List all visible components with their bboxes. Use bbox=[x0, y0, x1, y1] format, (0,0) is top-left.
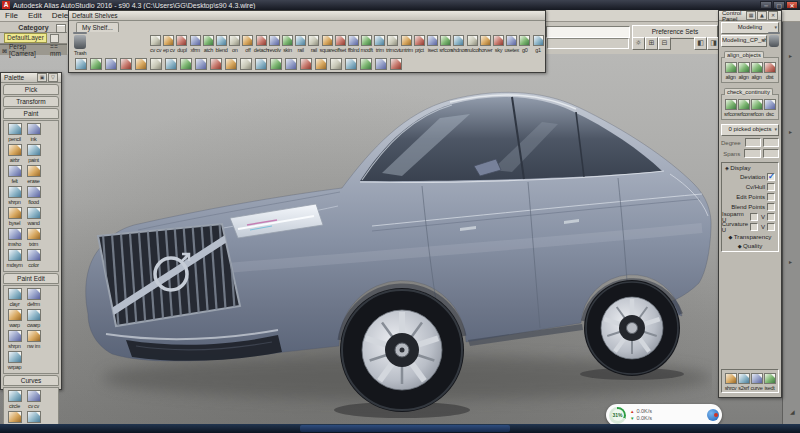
viewport-close-icon[interactable]: ⊠ bbox=[2, 47, 7, 54]
cp-trash-icon[interactable] bbox=[769, 35, 779, 47]
circle-icon[interactable] bbox=[8, 390, 22, 402]
degree-field-1[interactable] bbox=[745, 138, 761, 147]
trimcvt-icon[interactable] bbox=[387, 35, 398, 46]
color-tool[interactable]: color bbox=[24, 249, 43, 268]
nw-im-icon[interactable] bbox=[27, 330, 41, 342]
cwarp-tool[interactable]: cwarp bbox=[24, 309, 43, 328]
trash-icon[interactable] bbox=[74, 35, 86, 49]
curve-tool[interactable]: curve bbox=[750, 373, 763, 391]
tool-tool[interactable] bbox=[343, 58, 358, 70]
felt-icon[interactable] bbox=[8, 165, 22, 177]
color-icon[interactable] bbox=[27, 249, 41, 261]
tool-icon[interactable] bbox=[105, 58, 117, 70]
shrcv-tool[interactable]: shrcv bbox=[724, 373, 737, 391]
shelf-trash[interactable]: Trash bbox=[74, 35, 86, 56]
sky-tool[interactable]: sky bbox=[492, 35, 505, 53]
tool-tool[interactable] bbox=[88, 58, 103, 70]
nw-im-tool[interactable]: nw im bbox=[24, 330, 43, 349]
tool-tool[interactable] bbox=[373, 58, 388, 70]
cv-cv-icon[interactable] bbox=[150, 35, 161, 46]
tool-icon[interactable] bbox=[90, 58, 102, 70]
dtst-icon[interactable] bbox=[764, 62, 776, 73]
dsc-icon[interactable] bbox=[764, 99, 776, 110]
imsho-icon[interactable] bbox=[8, 228, 22, 240]
paint-icon[interactable] bbox=[27, 144, 41, 156]
checkbox[interactable] bbox=[767, 173, 775, 181]
resize-corner-icon[interactable]: ◢ bbox=[790, 408, 795, 415]
cp-shelf-dropdown[interactable]: Modeling_CP_shelf bbox=[721, 35, 767, 47]
srfcon-tool[interactable]: srfcon bbox=[750, 99, 763, 117]
tab-align-objects[interactable]: align_objects bbox=[724, 51, 764, 58]
lightbulb-icon[interactable]: ☼ bbox=[632, 37, 645, 50]
tool-tool[interactable] bbox=[148, 58, 163, 70]
tool-tool[interactable] bbox=[298, 58, 313, 70]
system-monitor-widget[interactable]: 31% 0.0K/s 0.0K/s bbox=[606, 404, 722, 426]
tool-icon[interactable] bbox=[285, 58, 297, 70]
bysel-icon[interactable] bbox=[8, 207, 22, 219]
on-tool[interactable]: on bbox=[228, 35, 241, 53]
tool-tool[interactable] bbox=[193, 58, 208, 70]
shelf-titlebar[interactable]: Default Shelves bbox=[69, 11, 545, 21]
display-section-header[interactable]: Display bbox=[722, 164, 778, 171]
s2srf-icon[interactable] bbox=[738, 373, 750, 384]
g0-icon[interactable] bbox=[519, 35, 530, 46]
bullet-transparency[interactable]: Transparency bbox=[722, 233, 778, 240]
checkbox[interactable] bbox=[750, 213, 758, 221]
modft-tool[interactable]: modft bbox=[360, 35, 373, 53]
wrpap-icon[interactable] bbox=[8, 351, 22, 363]
checkbox[interactable] bbox=[767, 203, 775, 211]
usetex-icon[interactable] bbox=[506, 35, 517, 46]
checkbox[interactable] bbox=[767, 193, 775, 201]
menu-file[interactable]: File bbox=[0, 11, 23, 20]
xfrm-tool[interactable]: xfrm bbox=[189, 35, 202, 53]
shrcv-icon[interactable] bbox=[725, 373, 737, 384]
tool-tool[interactable] bbox=[73, 58, 88, 70]
warp-icon[interactable] bbox=[8, 309, 22, 321]
square-icon[interactable] bbox=[322, 35, 333, 46]
prjct-tool[interactable]: prjct bbox=[413, 35, 426, 53]
cv-cv-icon[interactable] bbox=[27, 390, 41, 402]
rail-icon[interactable] bbox=[308, 35, 319, 46]
srfcon-tool[interactable]: srfcon bbox=[724, 99, 737, 117]
tool-icon[interactable] bbox=[75, 58, 87, 70]
cv-cv-tool[interactable]: cv cv bbox=[24, 390, 43, 409]
shelf-tab-my-shelf[interactable]: My Shelf... bbox=[76, 22, 119, 32]
wand-icon[interactable] bbox=[27, 207, 41, 219]
tool-icon[interactable] bbox=[135, 58, 147, 70]
paint-tool[interactable]: paint bbox=[24, 144, 43, 163]
tool-tool[interactable] bbox=[238, 58, 253, 70]
isedt-tool[interactable]: isedt bbox=[763, 373, 776, 391]
toolbar-input[interactable] bbox=[546, 26, 630, 38]
ink-icon[interactable] bbox=[27, 123, 41, 135]
off-icon[interactable] bbox=[242, 35, 253, 46]
srfcon-icon[interactable] bbox=[725, 99, 737, 110]
revolv-tool[interactable]: revolv bbox=[268, 35, 281, 53]
tool-icon[interactable] bbox=[180, 58, 192, 70]
tool-icon[interactable] bbox=[390, 58, 402, 70]
cv-cv-tool[interactable]: cv cv bbox=[149, 35, 162, 53]
viewport-titlebar[interactable]: ⊠ Persp [Camera] == mm bbox=[0, 44, 67, 55]
felt-tool[interactable]: felt bbox=[5, 165, 24, 184]
tool-icon[interactable] bbox=[120, 58, 132, 70]
isect-icon[interactable] bbox=[427, 35, 438, 46]
atch-tool[interactable]: atch bbox=[202, 35, 215, 53]
ep-cv-icon[interactable] bbox=[163, 35, 174, 46]
defrm-icon[interactable] bbox=[27, 288, 41, 300]
check-row-cv-hull[interactable]: Cv/Hull bbox=[722, 182, 775, 191]
taskbar[interactable] bbox=[0, 424, 800, 433]
dock-arrow-icon[interactable]: ▸ bbox=[789, 258, 792, 265]
on-icon[interactable] bbox=[229, 35, 240, 46]
g1-icon[interactable] bbox=[533, 35, 544, 46]
tool-icon[interactable] bbox=[330, 58, 342, 70]
atch-icon[interactable] bbox=[203, 35, 214, 46]
tool-icon[interactable] bbox=[195, 58, 207, 70]
g1-tool[interactable]: g1 bbox=[531, 35, 544, 53]
tool-tool[interactable] bbox=[103, 58, 118, 70]
offset-icon[interactable] bbox=[335, 35, 346, 46]
clayr-tool[interactable]: clayr bbox=[5, 288, 24, 307]
srfcon-icon[interactable] bbox=[738, 99, 750, 110]
blend-icon[interactable] bbox=[216, 35, 227, 46]
tool-icon[interactable] bbox=[360, 58, 372, 70]
sky-icon[interactable] bbox=[493, 35, 504, 46]
cp-grid-icon[interactable]: ▦ bbox=[746, 11, 756, 20]
